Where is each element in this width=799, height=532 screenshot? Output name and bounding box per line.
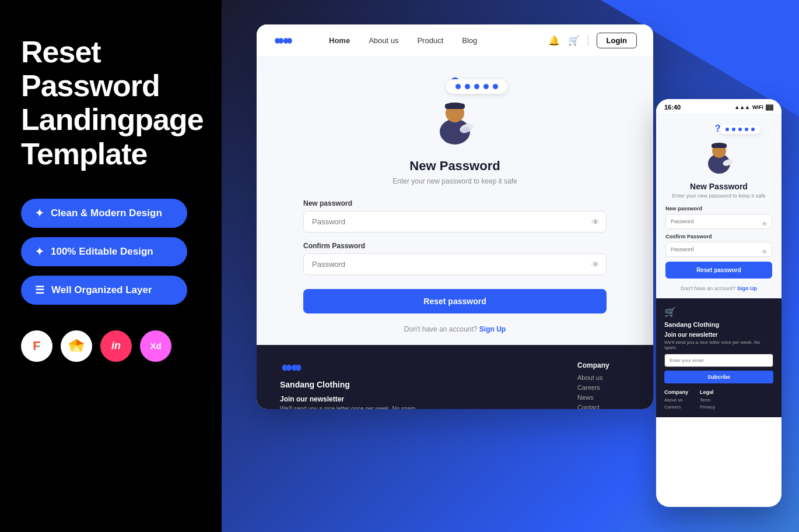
confirm-password-wrapper: 👁 [303, 253, 607, 275]
confirm-password-label: Confirm Password [303, 242, 607, 250]
mobile-new-password-wrapper: 👁 [665, 214, 772, 234]
mobile-confirm-password-label: Confirm Password [665, 234, 772, 239]
mobile-new-password-input[interactable] [665, 214, 772, 229]
mobile-time: 16:40 [664, 104, 681, 111]
new-password-group: New password 👁 [303, 199, 607, 232]
mobile-mockup: 16:40 ▲▲▲ WiFi ▓▓ ? [656, 99, 782, 507]
left-panel: ResetPasswordLandingpageTemplate ✦ Clean… [0, 0, 222, 532]
nav-blog[interactable]: Blog [462, 36, 477, 45]
mobile-footer-about[interactable]: About us [664, 397, 688, 403]
new-password-input[interactable] [303, 211, 607, 232]
mobile-signal-icon: ▲▲▲ [734, 104, 750, 110]
invision-icon[interactable]: in [100, 330, 132, 362]
mobile-confirm-password-wrapper: 👁 [665, 242, 772, 262]
mockup-main-content: ? [257, 57, 653, 345]
illustration-area: ? [397, 75, 513, 145]
new-password-label: New password [303, 199, 607, 207]
mobile-form-title: New Password [665, 182, 772, 191]
signup-prompt-text: Don't have an account? [404, 325, 478, 333]
mobile-footer-columns: Company About us Careers Legal Term Priv… [664, 389, 773, 411]
notification-icon[interactable]: 🔔 [548, 35, 560, 46]
footer-careers[interactable]: Careers [577, 384, 630, 391]
reset-password-button[interactable]: Reset password [303, 289, 607, 313]
form-subtitle: Enter your new password to keep it safe [393, 177, 517, 185]
mobile-password-dots [720, 125, 761, 134]
editable-design-button[interactable]: ✦ 100% Editable Design [21, 237, 187, 266]
confirm-password-eye-icon[interactable]: 👁 [591, 260, 600, 269]
mobile-battery-icon: ▓▓ [766, 104, 773, 110]
nav-about[interactable]: About us [369, 36, 398, 45]
m-dot-4 [745, 128, 748, 131]
m-dot-1 [726, 128, 729, 131]
mobile-footer-company-title: Company [664, 389, 688, 395]
footer-newsletter-desc: We'll send you a nice letter once per we… [280, 406, 554, 409]
mobile-footer-term[interactable]: Term [700, 397, 715, 403]
m-dot-5 [751, 128, 755, 131]
sketch-icon[interactable] [61, 330, 92, 362]
new-password-wrapper: 👁 [303, 211, 607, 232]
figma-icon[interactable]: F [21, 330, 52, 362]
mobile-reset-button[interactable]: Reset password [665, 262, 772, 279]
nav-product[interactable]: Product [417, 36, 443, 45]
nav-logo [273, 35, 294, 47]
footer-news[interactable]: News [577, 394, 630, 401]
dot-5 [493, 84, 498, 89]
well-organized-label: Well Organized Layer [51, 284, 152, 296]
mobile-footer-legal-col: Legal Term Privacy [700, 389, 715, 411]
nav-home[interactable]: Home [329, 36, 350, 45]
right-panel: Home About us Product Blog 🔔 🛒 Login ? [222, 0, 799, 532]
main-title: ResetPasswordLandingpageTemplate [21, 35, 201, 171]
footer-brand-name: Sandang Clothing [280, 380, 554, 389]
footer-company-section: Company About us Careers News Contact [577, 361, 630, 409]
mobile-footer-subscribe-button[interactable]: Subcribe [664, 371, 773, 383]
mobile-eye-icon-2[interactable]: 👁 [762, 249, 768, 255]
mobile-footer-careers[interactable]: Careers [664, 404, 688, 410]
mobile-illustration: ? [665, 122, 772, 175]
editable-design-label: 100% Editable Design [51, 246, 153, 258]
cart-icon[interactable]: 🛒 [568, 35, 580, 46]
mobile-eye-icon-1[interactable]: 👁 [762, 221, 768, 227]
mobile-main-content: ? New Password Enter your [656, 113, 782, 298]
well-organized-button[interactable]: ☰ Well Organized Layer [21, 276, 187, 305]
person-illustration [432, 86, 478, 145]
layers-icon: ☰ [35, 284, 44, 297]
nav-actions: 🔔 🛒 Login [548, 33, 637, 48]
svg-rect-15 [712, 144, 727, 148]
mobile-footer-email-input[interactable] [664, 354, 773, 367]
svg-rect-9 [445, 104, 465, 109]
footer-about[interactable]: About us [577, 374, 630, 381]
mobile-footer-company-col: Company About us Careers [664, 389, 688, 411]
tool-icons-row: F in Xd [21, 330, 201, 362]
xd-icon[interactable]: Xd [140, 330, 171, 362]
footer-contact[interactable]: Contact [577, 404, 630, 409]
mobile-status-icons: ▲▲▲ WiFi ▓▓ [734, 104, 773, 110]
mobile-confirm-password-input[interactable] [665, 242, 772, 257]
confirm-password-input[interactable] [303, 253, 607, 275]
mobile-wifi-icon: WiFi [752, 104, 763, 110]
signup-prompt: Don't have an account? Sign Up [404, 325, 506, 333]
m-dot-3 [738, 128, 742, 131]
mobile-status-bar: 16:40 ▲▲▲ WiFi ▓▓ [656, 99, 782, 113]
mobile-footer-nl-title: Join our newsletter [664, 332, 773, 338]
mobile-form-subtitle: Enter your new password to keep it safe [665, 193, 772, 199]
dot-1 [455, 84, 461, 89]
mobile-footer-legal-title: Legal [700, 389, 715, 395]
clean-design-button[interactable]: ✦ Clean & Modern Design [21, 199, 187, 228]
login-button[interactable]: Login [597, 33, 637, 48]
signup-link[interactable]: Sign Up [479, 325, 506, 333]
desktop-mockup: Home About us Product Blog 🔔 🛒 Login ? [257, 24, 653, 409]
dot-4 [483, 84, 489, 89]
confirm-password-group: Confirm Password 👁 [303, 242, 607, 275]
footer-company-title: Company [577, 361, 630, 369]
mobile-signup-link[interactable]: Sign Up [737, 286, 757, 291]
mobile-signup-text: Don't have an account? [681, 286, 735, 291]
mobile-footer-privacy[interactable]: Privacy [700, 404, 715, 410]
mobile-footer: 🛒 Sandang Clothing Join our newsletter W… [656, 298, 782, 417]
nav-links: Home About us Product Blog [329, 36, 548, 45]
mobile-signup-prompt: Don't have an account? Sign Up [665, 286, 772, 291]
footer-newsletter-title: Join our newsletter [280, 395, 554, 403]
mobile-footer-cart-icon: 🛒 [664, 306, 773, 318]
mockup-footer: Sandang Clothing Join our newsletter We'… [257, 345, 653, 409]
new-password-eye-icon[interactable]: 👁 [591, 217, 600, 227]
clean-design-label: Clean & Modern Design [51, 207, 162, 219]
